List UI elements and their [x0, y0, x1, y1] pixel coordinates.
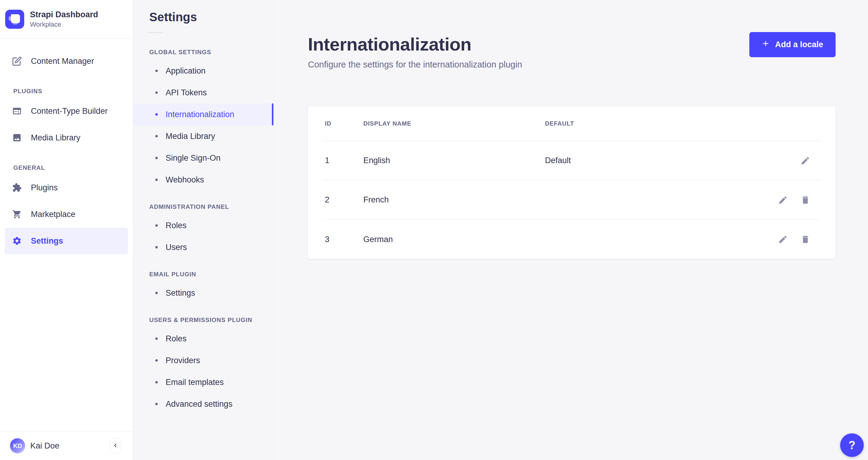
sidebar-section-general: GENERAL — [13, 164, 133, 171]
subnav-section-administration-panel: ADMINISTRATION PANEL — [149, 203, 273, 210]
brand: Strapi Dashboard Workplace — [0, 0, 133, 39]
bullet-icon — [155, 91, 158, 94]
subnav-item-label: Email templates — [165, 378, 224, 387]
delete-button[interactable] — [801, 234, 810, 244]
sidebar-item-label: Marketplace — [31, 210, 75, 219]
add-locale-button-label: Add a locale — [775, 40, 823, 49]
cart-icon — [12, 209, 22, 219]
subnav-item-label: Single Sign-On — [165, 154, 221, 163]
puzzle-icon — [12, 183, 22, 193]
subnav-item-label: Webhooks — [165, 175, 204, 185]
subnav-item-providers[interactable]: Providers — [133, 350, 273, 371]
table-row[interactable]: 1 English Default — [322, 141, 821, 180]
main-content: Internationalization Configure the setti… — [274, 0, 868, 460]
column-header-display-name: DISPLAY NAME — [363, 120, 545, 127]
subnav-item-label: Internationalization — [165, 110, 234, 119]
subnav-item-application[interactable]: Application — [133, 60, 273, 82]
bullet-icon — [155, 157, 158, 159]
chevron-left-icon — [112, 442, 118, 450]
cell-id: 2 — [325, 195, 363, 205]
table-row[interactable]: 2 French — [322, 180, 821, 220]
bullet-icon — [155, 359, 158, 362]
subnav-divider — [148, 32, 163, 33]
subnav-title: Settings — [149, 10, 273, 24]
subnav-item-roles-up[interactable]: Roles — [133, 328, 273, 350]
bullet-icon — [155, 381, 158, 384]
sidebar-item-media-library[interactable]: Media Library — [5, 124, 128, 151]
locales-table: ID DISPLAY NAME DEFAULT 1 English Defaul… — [308, 106, 836, 259]
subnav-item-roles-admin[interactable]: Roles — [133, 215, 273, 236]
bullet-icon — [155, 246, 158, 249]
table-header-row: ID DISPLAY NAME DEFAULT — [322, 106, 821, 141]
sidebar-item-label: Media Library — [31, 133, 81, 142]
cell-display-name: English — [363, 156, 545, 165]
trash-icon — [801, 195, 810, 205]
user-name[interactable]: Kai Doe — [30, 441, 105, 451]
bullet-icon — [155, 337, 158, 340]
cell-id: 3 — [325, 235, 363, 244]
subnav-item-email-settings[interactable]: Settings — [133, 282, 273, 304]
subnav-item-webhooks[interactable]: Webhooks — [133, 169, 273, 191]
settings-subnav: Settings GLOBAL SETTINGS Application API… — [133, 0, 274, 460]
bullet-icon — [155, 178, 158, 181]
subnav-item-label: API Tokens — [165, 88, 207, 97]
sidebar-footer: KD Kai Doe — [0, 431, 133, 460]
sidebar-item-content-type-builder[interactable]: Content-Type Builder — [5, 98, 128, 124]
bullet-icon — [155, 224, 158, 227]
edit-button[interactable] — [778, 195, 788, 205]
sidebar-item-plugins[interactable]: Plugins — [5, 174, 128, 201]
sidebar-section-plugins: PLUGINS — [13, 88, 133, 95]
main-sidebar: Strapi Dashboard Workplace Content Manag… — [0, 0, 133, 460]
page-title: Internationalization — [308, 34, 522, 55]
subnav-item-label: Media Library — [165, 132, 215, 141]
subnav-item-label: Settings — [165, 288, 195, 298]
cell-default: Default — [545, 156, 746, 165]
help-button[interactable]: ? — [840, 433, 864, 457]
subnav-item-email-templates[interactable]: Email templates — [133, 371, 273, 393]
subnav-item-single-sign-on[interactable]: Single Sign-On — [133, 147, 273, 169]
subnav-item-internationalization[interactable]: Internationalization — [133, 103, 273, 125]
subnav-section-global-settings: GLOBAL SETTINGS — [149, 49, 273, 56]
trash-icon — [801, 234, 810, 244]
sidebar-item-content-manager[interactable]: Content Manager — [5, 48, 128, 74]
pencil-icon — [778, 195, 788, 205]
pencil-icon — [801, 156, 810, 166]
subnav-item-label: Users — [165, 243, 187, 252]
sidebar-item-label: Settings — [31, 236, 63, 246]
add-locale-button[interactable]: Add a locale — [749, 32, 836, 57]
media-library-icon — [12, 133, 22, 142]
avatar[interactable]: KD — [10, 438, 25, 453]
subnav-item-label: Roles — [165, 334, 186, 343]
page-subtitle: Configure the settings for the internati… — [308, 60, 522, 70]
subnav-section-users-permissions-plugin: USERS & PERMISSIONS PLUGIN — [149, 317, 273, 324]
cell-id: 1 — [325, 156, 363, 165]
pencil-icon — [778, 234, 788, 244]
subnav-section-email-plugin: EMAIL PLUGIN — [149, 271, 273, 278]
subnav-item-advanced-settings[interactable]: Advanced settings — [133, 393, 273, 415]
gear-icon — [12, 236, 22, 246]
subnav-item-label: Roles — [165, 221, 186, 230]
sidebar-item-settings[interactable]: Settings — [5, 228, 128, 254]
subnav-item-label: Advanced settings — [165, 399, 232, 409]
table-row[interactable]: 3 German — [322, 220, 821, 259]
subnav-item-api-tokens[interactable]: API Tokens — [133, 82, 273, 103]
delete-button[interactable] — [801, 195, 810, 205]
edit-button[interactable] — [778, 234, 788, 244]
cell-display-name: German — [363, 235, 545, 244]
app-title: Strapi Dashboard — [30, 10, 98, 20]
edit-button[interactable] — [801, 156, 810, 166]
sidebar-item-label: Content-Type Builder — [31, 106, 108, 116]
cell-display-name: French — [363, 195, 545, 205]
bullet-icon — [155, 292, 158, 294]
sidebar-item-label: Plugins — [31, 183, 58, 193]
collapse-sidebar-button[interactable] — [110, 438, 121, 453]
subnav-item-users[interactable]: Users — [133, 236, 273, 258]
content-type-builder-icon — [12, 106, 22, 116]
sidebar-item-marketplace[interactable]: Marketplace — [5, 201, 128, 228]
subnav-item-label: Providers — [165, 356, 200, 365]
bullet-icon — [155, 113, 158, 116]
bullet-icon — [155, 135, 158, 137]
sidebar-item-label: Content Manager — [31, 57, 94, 66]
workspace-name: Workplace — [30, 21, 98, 28]
subnav-item-media-library[interactable]: Media Library — [133, 125, 273, 147]
